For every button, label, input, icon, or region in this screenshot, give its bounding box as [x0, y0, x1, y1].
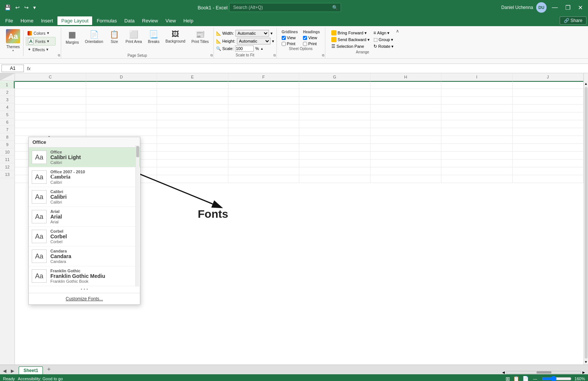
width-select[interactable]: Automatic: [235, 30, 269, 37]
col-header-g[interactable]: G: [299, 73, 370, 81]
row-7[interactable]: 7: [0, 126, 15, 133]
normal-view-btn[interactable]: ⊞: [506, 376, 510, 381]
menu-page-layout[interactable]: Page Layout: [57, 16, 93, 26]
cell[interactable]: [513, 167, 584, 175]
formula-input[interactable]: [34, 65, 587, 72]
cell[interactable]: [370, 144, 442, 151]
scroll-up-btn[interactable]: ▲: [584, 81, 588, 86]
cell[interactable]: [228, 128, 300, 136]
cell[interactable]: [157, 105, 228, 112]
fonts-button[interactable]: A Fonts ▾: [26, 37, 56, 46]
breaks-button[interactable]: 📃 Breaks: [146, 28, 162, 45]
save-quick-btn[interactable]: 💾: [3, 4, 12, 11]
row-12[interactable]: 12: [0, 163, 15, 171]
search-input[interactable]: [229, 3, 341, 12]
font-item-candara[interactable]: Aa Candara Candara Candara: [29, 247, 140, 266]
sheet-options-expander[interactable]: ⧉: [322, 53, 324, 58]
scroll-left-btn[interactable]: ◀: [502, 371, 505, 374]
gridlines-view-checkbox[interactable]: [282, 36, 286, 40]
group-button[interactable]: ⬚ Group ▾: [372, 37, 395, 43]
gridlines-print-checkbox[interactable]: [282, 42, 286, 46]
background-button[interactable]: 🖼 Background: [163, 28, 188, 45]
cell[interactable]: [513, 120, 584, 128]
rotate-button[interactable]: ↻ Rotate ▾: [372, 43, 395, 49]
cell[interactable]: [370, 81, 442, 89]
cell[interactable]: [86, 120, 157, 128]
menu-formulas[interactable]: Formulas: [93, 16, 121, 25]
cell[interactable]: [157, 81, 228, 89]
themes-expander[interactable]: ⧉: [58, 53, 60, 58]
page-layout-view-btn[interactable]: 📋: [513, 376, 519, 381]
print-titles-button[interactable]: 📰 Print Titles: [189, 28, 211, 45]
col-header-e[interactable]: E: [157, 73, 228, 81]
effects-button[interactable]: ✦ Effects ▾: [26, 46, 56, 53]
cell[interactable]: [157, 152, 228, 159]
send-backward-button[interactable]: Send Backward ▾: [330, 37, 371, 43]
arrange-collapse-btn[interactable]: ∧: [396, 28, 399, 34]
cell[interactable]: [299, 120, 370, 128]
cell[interactable]: [299, 152, 370, 159]
menu-help[interactable]: Help: [179, 16, 197, 25]
cell[interactable]: [228, 152, 300, 159]
cell[interactable]: [86, 97, 157, 104]
cell[interactable]: [513, 81, 584, 89]
redo-btn[interactable]: ↪: [23, 4, 30, 11]
cell[interactable]: [441, 81, 513, 89]
row-9[interactable]: 9: [0, 141, 15, 148]
cell[interactable]: [370, 159, 442, 167]
cell[interactable]: [228, 120, 300, 128]
cell[interactable]: [228, 81, 300, 89]
cell[interactable]: [441, 105, 513, 112]
menu-home[interactable]: Home: [17, 16, 37, 25]
headings-print-checkbox[interactable]: [303, 42, 307, 46]
cell[interactable]: [299, 97, 370, 104]
name-box[interactable]: [1, 65, 24, 72]
cell[interactable]: [157, 112, 228, 120]
font-item-office[interactable]: Aa Office Calibri Light Calibri: [29, 148, 140, 167]
page-break-view-btn[interactable]: 📄: [522, 376, 529, 381]
cell[interactable]: [15, 112, 86, 120]
scroll-down-btn[interactable]: ▼: [584, 359, 588, 365]
cell[interactable]: [299, 81, 370, 89]
cell[interactable]: [441, 159, 513, 167]
vertical-scrollbar[interactable]: ▲ ▼: [584, 81, 588, 365]
col-header-c[interactable]: C: [15, 73, 86, 81]
close-btn[interactable]: ✕: [576, 3, 585, 12]
font-item-franklin[interactable]: Aa Franklin Gothic Franklin Gothic Mediu…: [29, 266, 140, 286]
cell[interactable]: [370, 120, 442, 128]
font-item-corbel[interactable]: Aa Corbel Corbel Corbel: [29, 227, 140, 247]
row-4[interactable]: 4: [0, 103, 15, 111]
scroll-right-btn[interactable]: ▶: [582, 371, 585, 374]
row-13[interactable]: 13: [0, 171, 15, 178]
cell[interactable]: [370, 175, 442, 183]
cell[interactable]: [299, 105, 370, 112]
cell[interactable]: [15, 89, 86, 96]
undo-btn[interactable]: ↩: [14, 4, 21, 11]
row-2[interactable]: 2: [0, 89, 15, 96]
sheet-tab-sheet1[interactable]: Sheet1: [19, 366, 43, 374]
cell[interactable]: [15, 128, 86, 136]
margins-button[interactable]: ▦ Margins: [63, 28, 81, 46]
cell[interactable]: [157, 144, 228, 151]
cell[interactable]: [299, 136, 370, 143]
orientation-button[interactable]: 📄 Orientation: [83, 28, 106, 45]
cell[interactable]: [370, 112, 442, 120]
cell[interactable]: [299, 112, 370, 120]
prev-sheet-btn[interactable]: ◀: [1, 368, 8, 374]
cell[interactable]: [441, 97, 513, 104]
cell[interactable]: [299, 128, 370, 136]
menu-file[interactable]: File: [1, 16, 17, 25]
cell[interactable]: [441, 112, 513, 120]
cell[interactable]: [370, 89, 442, 96]
headings-view-checkbox[interactable]: [303, 36, 307, 40]
cell[interactable]: [157, 120, 228, 128]
row-5[interactable]: 5: [0, 111, 15, 118]
col-header-j[interactable]: J: [513, 73, 584, 81]
cell[interactable]: [370, 128, 442, 136]
col-header-f[interactable]: F: [228, 73, 300, 81]
cell[interactable]: [86, 89, 157, 96]
row-6[interactable]: 6: [0, 118, 15, 126]
row-1[interactable]: 1: [0, 81, 15, 89]
size-button[interactable]: 📋 Size: [107, 28, 122, 45]
font-item-office2007[interactable]: Aa Office 2007 - 2010 Cambria Calibri: [29, 167, 140, 187]
